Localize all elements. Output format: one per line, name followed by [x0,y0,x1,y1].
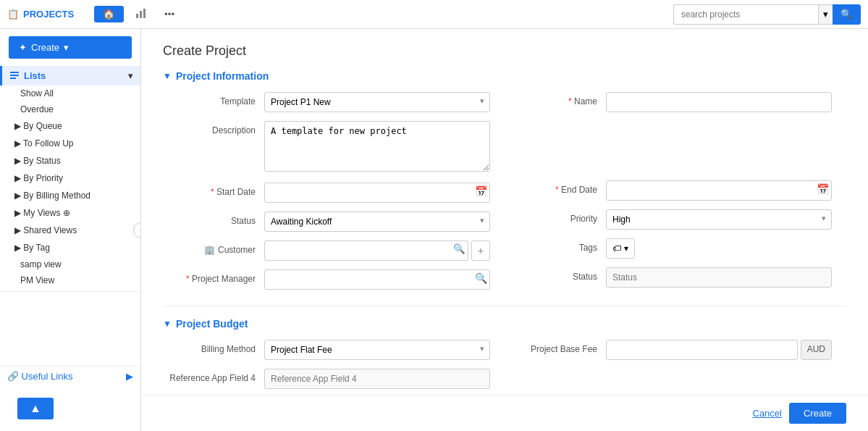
create-icon: ✦ [19,42,27,53]
tags-chevron: ▾ [624,243,628,254]
create-submit-button[interactable]: Create [789,403,846,424]
customer-input[interactable]: Oxido Limited [264,240,468,261]
name-input[interactable]: Project P1 New [606,92,832,112]
sidebar-item-samp-view[interactable]: samp view [0,256,140,272]
svg-rect-4 [10,75,19,76]
priority-label: Priority [505,209,606,224]
template-select-wrap: Project P1 New [264,92,490,112]
project-base-fee-input[interactable]: 50000.00 [606,340,798,360]
project-manager-wrap: katre jac 🔍 [264,269,490,290]
status2-label: Status [505,267,606,282]
sidebar-bottom-area: ▲ [0,386,140,431]
cancel-button[interactable]: Cancel [753,408,782,419]
status2-row: Status [505,267,846,288]
customer-input-wrap: Oxido Limited 🔍 [264,240,468,261]
sidebar-item-by-queue[interactable]: ▶ By Queue [0,117,140,135]
home-button[interactable]: 🏠 [94,6,124,22]
project-info-grid: Template Project P1 New Description [163,92,846,298]
billing-method-select[interactable]: Project Flat Fee [264,340,490,360]
project-information-header[interactable]: ▼ Project Information [163,70,846,82]
sidebar-item-to-follow-up[interactable]: ▶ To Follow Up [0,135,140,152]
tags-label: Tags [505,238,606,253]
end-date-calendar-button[interactable]: 📅 [817,183,829,195]
search-input[interactable] [673,4,818,25]
status-select-wrap: Awaiting Kickoff [264,212,490,232]
end-date-wrap: 03/02/2018 📅 [606,180,832,201]
chart-icon [135,7,147,19]
project-budget-header[interactable]: ▼ Project Budget [163,318,846,330]
tags-button[interactable]: 🏷 ▾ [606,238,635,259]
tag-icon: 🏷 [612,243,621,254]
billing-method-select-wrap: Project Flat Fee [264,340,490,360]
useful-links-label: 🔗 Useful Links [7,371,72,382]
section1-label: Project Information [176,70,269,82]
sidebar-item-show-all[interactable]: Show All [0,85,140,101]
scroll-top-button[interactable]: ▲ [17,398,54,419]
svg-rect-5 [10,78,16,79]
sidebar-item-by-billing-method[interactable]: ▶ By Billing Method [0,187,140,204]
section-divider [163,306,846,306]
lists-section-header[interactable]: Lists ▾ [0,66,140,85]
priority-select-wrap: High [606,209,832,230]
status-row: Status Awaiting Kickoff [163,212,505,232]
status2-input[interactable] [606,267,832,288]
sidebar-item-by-priority[interactable]: ▶ By Priority [0,170,140,187]
main-layout: ✦ Create ▾ Lists ▾ Show All Overdue ▶ By… [0,29,868,431]
lists-label: Lists [9,70,46,81]
customer-icon: 🏢 [204,245,215,255]
create-button[interactable]: ✦ Create ▾ [9,36,132,59]
priority-select[interactable]: High [606,209,832,230]
sidebar-useful-links[interactable]: 🔗 Useful Links ▶ [0,366,140,386]
start-date-calendar-button[interactable]: 📅 [475,185,487,197]
name-control: Project P1 New [606,92,832,112]
status-select[interactable]: Awaiting Kickoff [264,212,490,232]
scroll-top-icon: ▲ [30,402,41,414]
status2-control [606,267,832,288]
ref-field-control [264,369,490,389]
sidebar-item-shared-views[interactable]: ▶ Shared Views [0,222,140,239]
tags-control: 🏷 ▾ [606,238,832,259]
sidebar-item-my-views[interactable]: ▶ My Views ⊕ [0,204,140,222]
template-select[interactable]: Project P1 New [264,92,490,112]
customer-add-button[interactable]: + [471,240,490,261]
sidebar-item-by-status[interactable]: ▶ By Status [0,152,140,170]
start-date-input[interactable]: 22/01/2018 [264,183,490,203]
name-row: Name Project P1 New [505,92,846,112]
project-manager-input[interactable]: katre jac [264,269,490,290]
name-label: Name [505,92,606,106]
sidebar-item-overdue[interactable]: Overdue [0,101,140,117]
project-manager-search-button[interactable]: 🔍 [475,272,487,284]
useful-links-arrow: ▶ [126,371,133,382]
tags-row: Tags 🏷 ▾ [505,238,846,259]
billing-method-label: Billing Method [163,340,264,354]
ref-field-input[interactable] [264,369,490,389]
search-dropdown-button[interactable]: ▾ [818,4,833,25]
customer-row: 🏢 Customer Oxido Limited 🔍 + [163,240,505,261]
end-date-label: End Date [505,180,606,195]
right-column: Name Project P1 New End Date 03/02/2018 [505,92,846,298]
status-control: Awaiting Kickoff [264,212,490,232]
start-date-wrap: 22/01/2018 📅 [264,183,490,203]
sidebar-item-pm-view[interactable]: PM View [0,272,140,288]
ref-field-row: Reference App Field 4 [163,369,505,389]
description-textarea[interactable]: A template for new project [264,121,490,172]
description-control: A template for new project [264,121,490,174]
svg-rect-0 [136,14,138,18]
billing-method-control: Project Flat Fee [264,340,490,360]
svg-rect-3 [10,72,19,73]
section2-chevron: ▼ [163,319,172,329]
sidebar-item-by-tag[interactable]: ▶ By Tag [0,239,140,256]
customer-search-button[interactable]: 🔍 [453,243,465,254]
chart-button[interactable] [130,4,153,24]
end-date-control: 03/02/2018 📅 [606,180,832,201]
ref-field-label: Reference App Field 4 [163,369,264,383]
search-go-button[interactable]: 🔍 [833,4,861,25]
project-manager-label: Project Manager [163,269,264,284]
content-wrapper: Create Project ▼ Project Information Tem… [141,29,868,431]
collapse-icon: ‹ [140,226,141,234]
end-date-input[interactable]: 03/02/2018 [606,180,832,201]
search-area: ▾ 🔍 [673,4,861,25]
more-button[interactable]: ••• [159,6,180,22]
create-label: Create [31,42,59,53]
spacer [505,121,846,180]
